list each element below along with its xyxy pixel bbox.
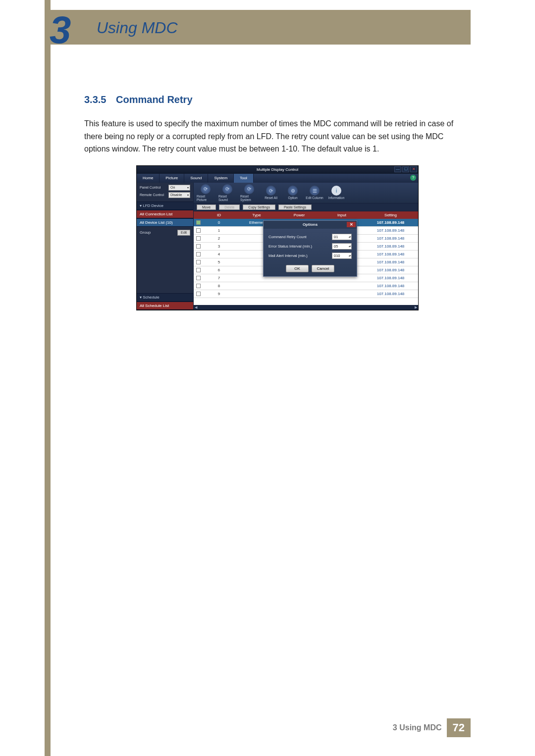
action-bar: Move Delete Copy Settings Paste Settings xyxy=(194,203,418,211)
status-label: Error Status Interval (min.) xyxy=(268,244,312,249)
col-type[interactable]: Type xyxy=(235,211,278,219)
col-setting[interactable]: Setting xyxy=(363,211,418,219)
app-screenshot: Multiple Display Control — ☐ ✕ Home Pict… xyxy=(136,165,419,310)
tool-label: Reset All xyxy=(265,196,277,200)
maximize-icon[interactable]: ☐ xyxy=(402,166,409,172)
tool-label: Edit Column xyxy=(306,196,323,200)
app-title: Multiple Display Control xyxy=(257,167,298,172)
menu-picture[interactable]: Picture xyxy=(160,174,184,183)
info-icon: i xyxy=(331,186,341,196)
cell-setting: 107.108.89.148 xyxy=(363,244,418,249)
table-row[interactable]: 8107.108.89.148 xyxy=(194,282,418,290)
paste-settings-button[interactable]: Paste Settings xyxy=(278,204,312,210)
help-icon[interactable]: ? xyxy=(410,175,416,181)
cancel-button[interactable]: Cancel xyxy=(312,265,334,272)
titlebar: Multiple Display Control — ☐ ✕ xyxy=(137,166,418,174)
row-checkbox[interactable] xyxy=(196,220,201,225)
device-table: ID Type Power Input Setting 0Ethernet●AV… xyxy=(194,211,418,305)
cell-id: 3 xyxy=(203,244,235,249)
acc-all-device[interactable]: All Device List (10) xyxy=(137,218,193,227)
tool-reset-picture[interactable]: ⟳Reset Picture xyxy=(197,184,214,202)
page-footer: 3 Using MDC 72 xyxy=(393,718,471,737)
cell-setting: 107.108.89.148 xyxy=(363,228,418,233)
row-checkbox[interactable] xyxy=(196,244,201,249)
cell-setting: 107.108.89.148 xyxy=(363,292,418,296)
acc-schedule[interactable]: ▾ Schedule xyxy=(137,293,193,302)
panel-control-select[interactable]: On xyxy=(168,185,190,191)
cell-setting: 107.108.89.148 xyxy=(363,276,418,280)
scroll-right-icon[interactable]: ▶ xyxy=(415,305,417,309)
copy-settings-button[interactable]: Copy Settings xyxy=(243,204,275,210)
cell-id: 9 xyxy=(203,292,235,296)
tool-label: Reset System xyxy=(240,195,258,202)
sidebar: Panel Control On Remote Control Disable … xyxy=(137,183,194,310)
chapter-number: 3 xyxy=(50,7,71,52)
footer-label: 3 Using MDC xyxy=(393,723,442,732)
col-power[interactable]: Power xyxy=(278,211,321,219)
acc-lfd-device[interactable]: ▾ LFD Device xyxy=(137,202,193,210)
minimize-icon[interactable]: — xyxy=(394,166,401,172)
tool-reset-all[interactable]: ⟳Reset All xyxy=(262,186,280,200)
menu-sound[interactable]: Sound xyxy=(184,174,208,183)
tree-group: Group Edit xyxy=(137,227,193,239)
cell-setting: 107.108.89.148 xyxy=(363,284,418,288)
right-panel: ⟳Reset Picture ⟳Reset Sound ⟳Reset Syste… xyxy=(194,183,418,310)
tool-edit-column[interactable]: ☰Edit Column xyxy=(306,186,323,200)
top-controls: Panel Control On Remote Control Disable xyxy=(137,183,193,202)
group-label: Group xyxy=(140,230,151,235)
dialog-body: Command Retry Count 01 Error Status Inte… xyxy=(264,229,357,265)
cell-setting: 107.108.89.148 xyxy=(363,236,418,241)
menu-system[interactable]: System xyxy=(208,174,234,183)
cell-id: 6 xyxy=(203,268,235,272)
menu-home[interactable]: Home xyxy=(137,174,160,183)
scroll-left-icon[interactable]: ◀ xyxy=(195,305,197,309)
ok-button[interactable]: OK xyxy=(286,265,309,272)
acc-all-schedule[interactable]: All Schedule List xyxy=(137,302,193,310)
tool-reset-sound[interactable]: ⟳Reset Sound xyxy=(218,184,236,202)
h-scrollbar[interactable]: ◀ ▶ xyxy=(194,305,418,310)
table-row[interactable]: 9107.108.89.148 xyxy=(194,290,418,298)
edit-button[interactable]: Edit xyxy=(177,230,190,236)
close-icon[interactable]: ✕ xyxy=(410,166,417,172)
panel-control-label: Panel Control xyxy=(140,186,160,189)
retry-spinner[interactable]: 01 xyxy=(332,234,352,240)
menubar: Home Picture Sound System Tool ? xyxy=(137,174,418,183)
cell-id: 7 xyxy=(203,276,235,280)
cell-id: 0 xyxy=(203,220,235,225)
main-area: Panel Control On Remote Control Disable … xyxy=(137,183,418,310)
row-checkbox[interactable] xyxy=(196,260,201,264)
dialog-close-icon[interactable]: ✕ xyxy=(347,222,356,227)
edit-column-icon: ☰ xyxy=(310,186,320,196)
move-button[interactable]: Move xyxy=(197,204,216,210)
content-area: 3.3.5 Command Retry This feature is used… xyxy=(84,94,471,310)
row-checkbox[interactable] xyxy=(196,268,201,272)
section-heading: 3.3.5 Command Retry xyxy=(84,94,471,105)
col-input[interactable]: Input xyxy=(321,211,363,219)
section-body: This feature is used to specify the maxi… xyxy=(84,117,471,155)
cell-setting: 107.108.89.148 xyxy=(363,268,418,272)
tool-label: Reset Sound xyxy=(218,195,236,202)
delete-button[interactable]: Delete xyxy=(219,204,240,210)
side-accent-strip xyxy=(45,0,51,756)
acc-all-connection[interactable]: All Connection List xyxy=(137,210,193,218)
tool-option[interactable]: ⚙Option xyxy=(284,186,302,200)
row-checkbox[interactable] xyxy=(196,228,201,233)
cell-id: 5 xyxy=(203,260,235,264)
reset-sound-icon: ⟳ xyxy=(222,184,232,194)
remote-control-select[interactable]: Disable xyxy=(168,192,190,198)
tool-reset-system[interactable]: ⟳Reset System xyxy=(240,184,258,202)
mail-spinner[interactable]: 010 xyxy=(332,252,352,259)
section-number: 3.3.5 xyxy=(84,94,106,105)
row-checkbox[interactable] xyxy=(196,292,201,296)
row-checkbox[interactable] xyxy=(196,276,201,280)
menu-tool[interactable]: Tool xyxy=(234,174,254,183)
retry-label: Command Retry Count xyxy=(268,235,307,239)
tool-information[interactable]: iInformation xyxy=(327,186,345,200)
tool-label: Information xyxy=(328,196,345,200)
status-spinner[interactable]: 05 xyxy=(332,243,352,250)
row-checkbox[interactable] xyxy=(196,284,201,288)
col-id[interactable]: ID xyxy=(203,211,235,219)
tool-label: Reset Picture xyxy=(197,195,214,202)
row-checkbox[interactable] xyxy=(196,236,201,241)
row-checkbox[interactable] xyxy=(196,252,201,256)
